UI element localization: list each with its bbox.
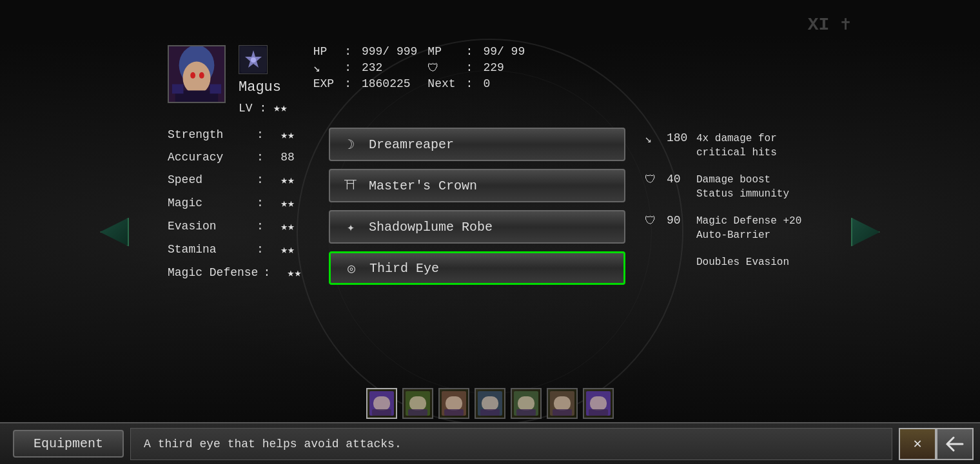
equip-name-armor: Shadowplume Robe [369,220,493,235]
next-colon: : [466,77,473,90]
bottom-char-icon-2[interactable] [438,388,469,419]
equip-icon-accessory: ◎ [342,260,360,276]
bottom-icons-bar [366,388,614,419]
top-decoration: XI ✝ [808,13,851,35]
svg-rect-20 [482,396,498,411]
mp-label: MP [427,45,455,58]
equip-icon-helmet: ⛩ [342,178,360,193]
svg-rect-12 [372,409,391,416]
defense-icon: 🛡 [427,61,455,75]
stat-value: ★★ [269,242,295,256]
char-info: Magus LV : ★★ [239,45,288,115]
level-stars: ★★ [273,102,288,115]
bottom-bar: Equipment A third eye that helps avoid a… [0,422,980,464]
stat-name: Magic [168,197,251,209]
hp-value: 999/ 999 [362,45,417,58]
back-icon [945,435,965,453]
next-value: 0 [483,77,525,90]
nav-arrow-left[interactable] [100,218,129,247]
svg-rect-23 [518,396,534,411]
equipment-tab[interactable]: Equipment [13,430,124,458]
bottom-char-icon-3[interactable] [475,388,505,419]
character-stats-right: HP : 999/ 999 MP : 99/ 99 ↘ : 232 🛡 : 22… [313,45,525,90]
svg-rect-21 [480,409,500,416]
equip-detail-accessory: Doubles Evasion [645,251,812,285]
detail-num-armor: 90 [667,214,690,227]
equip-slot-armor[interactable]: ✦ Shadowplume Robe [329,210,625,244]
bottom-description: A third eye that helps avoid attacks. [130,428,892,460]
detail-text-armor: Magic Defense +20Auto-Barrier [696,214,801,243]
defense-value: 229 [483,61,525,74]
hp-colon: : [344,45,351,58]
bottom-char-icon-6[interactable] [583,388,614,419]
equip-detail-weapon: ↘ 180 4x damage forcritical hits [645,128,812,161]
bottom-char-icon-0[interactable] [366,388,397,419]
attack-icon: ↘ [313,61,334,75]
stat-row: Magic Defense : ★★ [168,266,309,280]
stat-name: Strength [168,128,251,141]
stat-name: Magic Defense [168,266,258,279]
svg-rect-29 [590,396,607,411]
character-header: Magus LV : ★★ HP : 999/ 999 MP : 99/ 99 … [168,45,812,115]
bottom-char-icon-4[interactable] [511,388,542,419]
stat-sep: : [257,173,264,186]
svg-rect-17 [446,396,462,411]
stat-sep: : [257,243,264,256]
svg-rect-24 [516,409,536,416]
equip-icon-armor: ✦ [342,219,360,235]
exp-colon: : [344,77,351,90]
portrait-inner [169,46,224,102]
stat-name: Accuracy [168,151,251,164]
svg-rect-14 [409,396,426,411]
stat-sep: : [257,197,264,209]
stat-value: ★★ [269,196,295,210]
exp-label: EXP [313,77,334,90]
detail-text-weapon: 4x damage forcritical hits [696,131,777,160]
svg-point-9 [251,57,256,63]
x-button[interactable]: ✕ [899,428,936,460]
equip-name-accessory: Third Eye [369,261,439,276]
panel-area: Strength : ★★ Accuracy : 88 Speed : ★★ M… [168,128,812,289]
stat-row: Speed : ★★ [168,173,309,187]
detail-text-accessory: Doubles Evasion [696,255,789,269]
stat-sep: : [257,220,264,233]
svg-rect-27 [553,409,572,416]
stat-value: 88 [269,151,295,164]
defense-colon: : [466,61,473,74]
stat-name: Evasion [168,220,251,233]
bottom-buttons: ✕ [899,428,974,460]
stat-value: ★★ [269,128,295,142]
character-name: Magus [239,79,288,95]
equip-name-weapon: Dreamreaper [369,137,454,152]
stat-row: Accuracy : 88 [168,151,309,164]
attack-value: 232 [362,61,417,74]
main-content: Magus LV : ★★ HP : 999/ 999 MP : 99/ 99 … [168,45,812,289]
portrait-svg [169,46,224,102]
bottom-char-icon-5[interactable] [547,388,578,419]
bottom-char-icon-1[interactable] [402,388,433,419]
equip-detail-helmet: 🛡 40 Damage boostStatus immunity [645,169,812,202]
detail-num-weapon: 180 [667,131,690,144]
equipment-slots: ☽ Dreamreaper ⛩ Master's Crown ✦ Shadowp… [329,128,625,289]
svg-rect-7 [210,84,222,94]
nav-arrow-right[interactable] [851,218,880,247]
svg-rect-18 [444,409,464,416]
class-icon-svg [240,47,266,73]
stat-name: Speed [168,173,251,186]
detail-icon-armor: 🛡 [645,214,660,227]
stat-value: ★★ [269,219,295,233]
detail-text-helmet: Damage boostStatus immunity [696,173,789,202]
svg-rect-15 [408,409,427,416]
stat-value: ★★ [269,173,295,187]
mp-colon: : [466,45,473,58]
equip-slot-weapon[interactable]: ☽ Dreamreaper [329,128,625,161]
equip-slot-helmet[interactable]: ⛩ Master's Crown [329,169,625,202]
svg-point-2 [183,61,211,94]
char-class-icon [239,45,268,74]
svg-rect-6 [172,84,184,94]
back-button[interactable] [936,428,974,460]
stat-row: Evasion : ★★ [168,219,309,233]
right-info-panel: ↘ 180 4x damage forcritical hits 🛡 40 Da… [645,128,812,289]
equip-slot-accessory[interactable]: ◎ Third Eye [329,251,625,285]
svg-rect-30 [589,409,608,416]
